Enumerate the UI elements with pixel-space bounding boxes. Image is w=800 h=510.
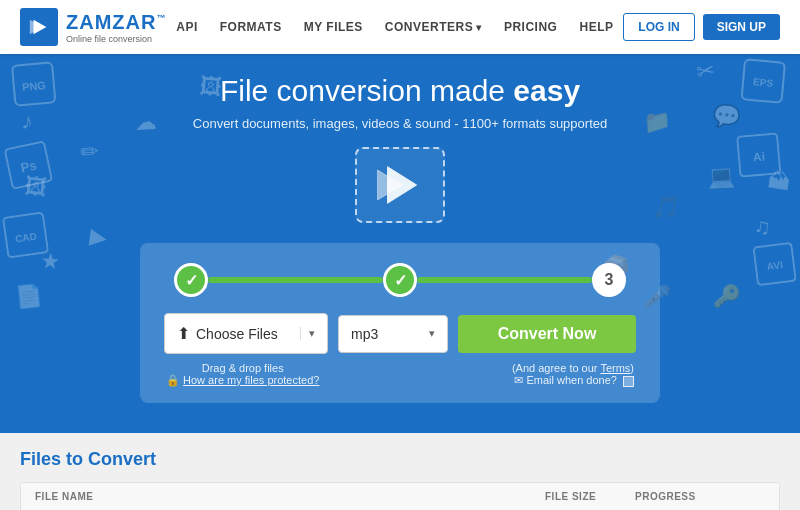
- choose-btn-inner: ⬆ Choose Files: [177, 324, 278, 343]
- upload-icon: ⬆: [177, 324, 190, 343]
- format-value: mp3: [351, 326, 378, 342]
- email-label: Email when done?: [526, 374, 617, 386]
- hero-content: File conversion made easy Convert docume…: [0, 74, 800, 403]
- header-buttons: LOG IN SIGN UP: [623, 13, 780, 41]
- nav-api[interactable]: API: [176, 20, 198, 34]
- choose-files-button[interactable]: ⬆ Choose Files ▾: [164, 313, 328, 354]
- header: ZAMZAR™ Online file conversion API FORMA…: [0, 0, 800, 54]
- files-title: Files to Convert: [20, 449, 780, 470]
- format-dropdown-arrow: ▾: [429, 327, 435, 340]
- col-header-progress: PROGRESS: [635, 491, 735, 502]
- controls-row: ⬆ Choose Files ▾ mp3 ▾ Convert Now: [164, 313, 636, 354]
- nav-help[interactable]: HELP: [579, 20, 613, 34]
- step-line-2: [417, 277, 592, 283]
- step-2: ✓: [383, 263, 417, 297]
- hero-title: File conversion made easy: [0, 74, 800, 108]
- files-section: Files to Convert FILE NAME FILE SIZE PRO…: [0, 433, 800, 510]
- lock-icon: 🔒: [166, 374, 183, 386]
- col-header-filesize: FILE SIZE: [545, 491, 635, 502]
- terms-link[interactable]: Terms: [600, 362, 630, 374]
- hero-section: PNG ♪ Ps 🖼 CAD ★ 📄 EPS ✂ 💬 Ai 🏔 💻 ♫ AVI …: [0, 54, 800, 433]
- format-selector[interactable]: mp3 ▾: [338, 315, 448, 353]
- logo: ZAMZAR™ Online file conversion: [20, 8, 166, 46]
- terms-row: (And agree to our Terms): [512, 362, 634, 374]
- step-line-1: [208, 277, 383, 283]
- email-checkbox[interactable]: [623, 376, 634, 387]
- helper-left: Drag & drop files 🔒 How are my files pro…: [166, 362, 319, 387]
- step-3: 3: [592, 263, 626, 297]
- logo-subtitle: Online file conversion: [66, 34, 166, 44]
- col-header-action: [735, 491, 765, 502]
- helper-right: (And agree to our Terms) ✉ Email when do…: [512, 362, 634, 387]
- helper-row: Drag & drop files 🔒 How are my files pro…: [164, 362, 636, 387]
- protection-link[interactable]: How are my files protected?: [183, 374, 319, 386]
- col-header-filename: FILE NAME: [35, 491, 545, 502]
- logo-icon: [20, 8, 58, 46]
- logo-name: ZAMZAR™: [66, 11, 166, 34]
- nav-pricing[interactable]: PRICING: [504, 20, 558, 34]
- protection-link-row: 🔒 How are my files protected?: [166, 374, 319, 387]
- email-icon: ✉: [514, 374, 526, 386]
- nav-myfiles[interactable]: MY FILES: [304, 20, 363, 34]
- step-1: ✓: [174, 263, 208, 297]
- converter-box: ✓ ✓ 3 ⬆ Choose Files ▾ mp3 ▾: [140, 243, 660, 403]
- files-table: FILE NAME FILE SIZE PROGRESS wonderful w…: [20, 482, 780, 510]
- steps-row: ✓ ✓ 3: [164, 263, 636, 297]
- signup-button[interactable]: SIGN UP: [703, 14, 780, 40]
- logo-text: ZAMZAR™ Online file conversion: [66, 11, 166, 44]
- choose-files-label: Choose Files: [196, 326, 278, 342]
- convert-now-button[interactable]: Convert Now: [458, 315, 636, 353]
- play-icon: [355, 147, 445, 223]
- table-header: FILE NAME FILE SIZE PROGRESS: [21, 483, 779, 510]
- email-row: ✉ Email when done?: [512, 374, 634, 387]
- hero-subtitle: Convert documents, images, videos & soun…: [0, 116, 800, 131]
- nav-converters[interactable]: CONVERTERS: [385, 20, 482, 34]
- choose-dropdown-arrow: ▾: [300, 327, 315, 340]
- files-title-accent: Convert: [88, 449, 156, 469]
- drag-drop-text: Drag & drop files: [166, 362, 319, 374]
- nav-formats[interactable]: FORMATS: [220, 20, 282, 34]
- login-button[interactable]: LOG IN: [623, 13, 694, 41]
- main-nav: API FORMATS MY FILES CONVERTERS PRICING …: [176, 20, 613, 34]
